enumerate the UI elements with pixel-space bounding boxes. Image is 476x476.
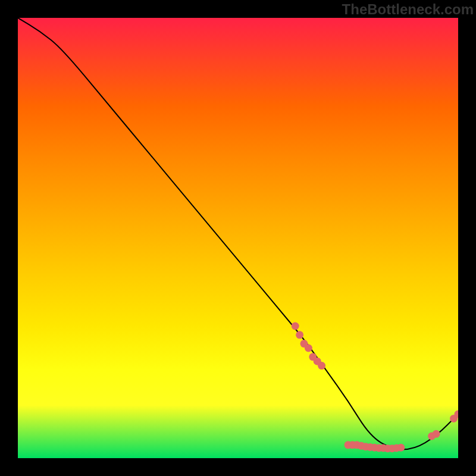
watermark-text: TheBottleneck.com xyxy=(342,1,474,18)
chart-container: TheBottleneck.com xyxy=(0,0,476,476)
gradient-background xyxy=(18,18,458,458)
plot-area xyxy=(18,18,458,458)
